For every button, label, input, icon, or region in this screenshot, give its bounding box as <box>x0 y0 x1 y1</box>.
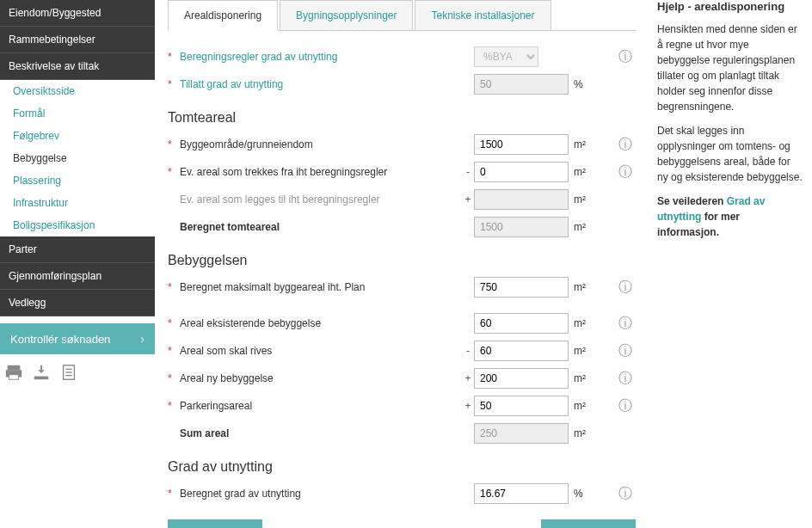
nav-bebyggelse[interactable]: Bebyggelse <box>0 147 155 169</box>
prev-button[interactable]: Forrige› <box>168 519 262 528</box>
nav-infrastruktur[interactable]: Infrastruktur <box>0 192 155 214</box>
label-legg: Ev. areal som legges til iht beregningsr… <box>180 193 462 206</box>
input-park[interactable] <box>474 396 569 416</box>
nav-eiendom[interactable]: Eiendom/Byggested <box>0 0 155 27</box>
nav-ramme[interactable]: Rammebetingelser <box>0 27 155 53</box>
control-label: Kontrollér søknaden <box>10 333 110 346</box>
label-bygge: Byggeområde/grunneiendom <box>180 138 462 150</box>
nav-plassering[interactable]: Plassering <box>0 169 155 192</box>
sidebar: Eiendom/Byggested Rammebetingelser Beskr… <box>0 0 155 528</box>
info-icon[interactable]: ⓘ <box>615 397 636 415</box>
section-tomt: Tomteareal <box>168 110 636 126</box>
nav-beskrivelse[interactable]: Beskrivelse av tiltak <box>0 53 155 80</box>
help-title: Hjelp - arealdisponering <box>657 0 803 13</box>
label-rives: Areal som skal rives <box>180 345 462 357</box>
input-eksist[interactable] <box>474 313 569 334</box>
help-panel: Hjelp - arealdisponering Hensikten med d… <box>649 0 812 528</box>
nav-formal[interactable]: Formål <box>0 102 155 125</box>
required-star: * <box>168 51 175 63</box>
input-grad[interactable] <box>474 483 569 504</box>
input-legg[interactable] <box>474 189 569 210</box>
svg-rect-0 <box>8 365 21 371</box>
info-icon[interactable]: ⓘ <box>615 342 636 360</box>
input-sum <box>474 423 569 444</box>
print-icon[interactable] <box>4 363 23 382</box>
nav-bolig[interactable]: Boligspesifikasjon <box>0 214 155 236</box>
info-icon[interactable]: ⓘ <box>615 279 636 297</box>
input-beregnet-tomt <box>474 217 569 237</box>
tab-tekniske[interactable]: Tekniske installasjoner <box>415 0 551 30</box>
info-icon[interactable]: ⓘ <box>615 370 636 388</box>
nav-parter[interactable]: Parter <box>0 236 155 263</box>
nav-gjennom[interactable]: Gjennomføringsplan <box>0 263 155 290</box>
tab-bygning[interactable]: Bygningsopplysninger <box>280 0 413 30</box>
label-trek: Ev. areal som trekkes fra iht beregnings… <box>180 166 462 178</box>
info-icon[interactable]: ⓘ <box>615 485 636 503</box>
label-allowed[interactable]: Tillatt grad av utnytting <box>180 78 462 90</box>
document-icon[interactable] <box>59 363 78 382</box>
control-button[interactable]: Kontrollér søknaden › <box>0 323 155 354</box>
label-maks: Beregnet maksimalt byggeareal iht. Plan <box>180 281 462 293</box>
label-eksist: Areal eksisterende bebyggelse <box>180 317 462 329</box>
info-icon[interactable]: ⓘ <box>615 163 636 181</box>
nav-vedlegg[interactable]: Vedlegg <box>0 290 155 316</box>
help-p2: Det skal legges inn opplysninger om tomt… <box>657 123 803 185</box>
section-bebyg: Bebyggelsen <box>168 253 636 268</box>
label-grad: Beregnet grad av utnytting <box>180 488 462 500</box>
help-p1: Hensikten med denne siden er å regne ut … <box>657 21 803 114</box>
input-bygge[interactable] <box>474 134 569 155</box>
download-icon[interactable] <box>32 363 51 382</box>
nav-folgebrev[interactable]: Følgebrev <box>0 125 155 147</box>
tabs: Arealdisponering Bygningsopplysninger Te… <box>168 0 636 31</box>
unit: % <box>569 78 589 90</box>
help-p3: Se veilederen Grad av utnytting for mer … <box>657 193 803 240</box>
svg-rect-3 <box>34 377 49 380</box>
label-sum: Sum areal <box>180 427 462 439</box>
info-icon[interactable]: ⓘ <box>615 315 636 333</box>
svg-rect-2 <box>9 375 19 380</box>
input-ny[interactable] <box>474 368 569 389</box>
label-ny: Areal ny bebyggelse <box>180 372 462 384</box>
required-star: * <box>168 78 175 90</box>
info-icon[interactable]: ⓘ <box>615 48 636 66</box>
label-park: Parkeringsareal <box>180 400 462 412</box>
next-button[interactable]: Neste› <box>541 519 636 528</box>
chevron-right-icon: › <box>140 332 145 346</box>
input-rives[interactable] <box>474 341 569 361</box>
nav-oversikt[interactable]: Oversiktsside <box>0 80 155 102</box>
label-beregnet-tomt: Beregnet tomteareal <box>180 221 462 233</box>
input-allowed[interactable] <box>474 74 569 95</box>
tab-areal[interactable]: Arealdisponering <box>168 0 278 31</box>
select-rules[interactable]: %BYA <box>474 46 538 67</box>
main-content: Arealdisponering Bygningsopplysninger Te… <box>155 0 649 528</box>
input-maks[interactable] <box>474 277 569 298</box>
info-icon[interactable]: ⓘ <box>615 136 636 154</box>
label-rules[interactable]: Beregningsregler grad av utnytting <box>180 51 462 63</box>
icon-row <box>0 363 155 382</box>
section-grad: Grad av utnytting <box>168 459 636 475</box>
input-trek[interactable] <box>474 162 569 182</box>
